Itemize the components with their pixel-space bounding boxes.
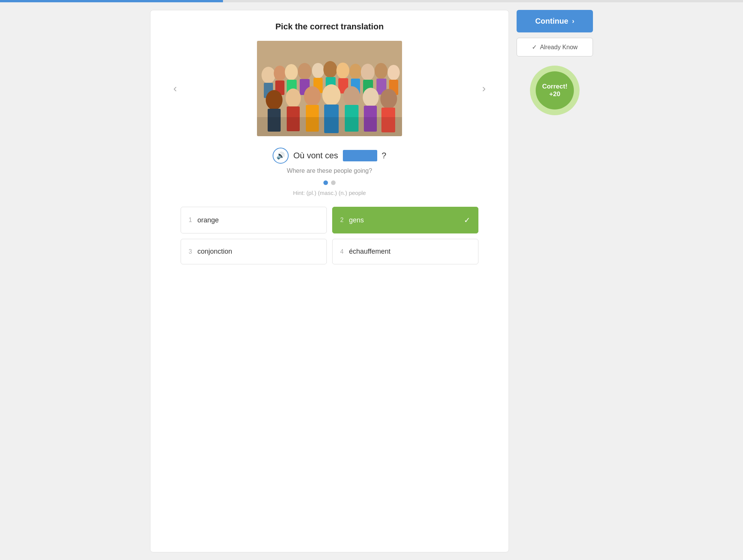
carousel-prev-button[interactable]: ‹ xyxy=(166,79,184,98)
correct-points: +20 xyxy=(549,90,560,98)
sidebar: Continue › ✓ Already Know Correct! +20 xyxy=(517,10,593,552)
svg-point-29 xyxy=(322,84,341,106)
svg-point-13 xyxy=(336,63,349,79)
answer-num-2: 2 xyxy=(340,217,344,224)
quiz-image xyxy=(257,41,402,136)
answer-option-4[interactable]: 4 échauffement xyxy=(332,239,478,264)
correct-circle-inner: Correct! +20 xyxy=(536,71,574,109)
svg-point-25 xyxy=(286,89,301,108)
answer-label-4: échauffement xyxy=(349,248,391,256)
dots-container xyxy=(323,180,336,185)
continue-button[interactable]: Continue › xyxy=(517,10,593,32)
quiz-card: Pick the correct translation ‹ xyxy=(150,10,509,552)
svg-point-27 xyxy=(304,86,321,106)
svg-point-17 xyxy=(361,64,375,80)
answer-label-1: orange xyxy=(197,216,219,224)
checkmark-icon: ✓ xyxy=(532,43,537,51)
continue-chevron: › xyxy=(572,17,574,25)
answer-label-3: conjonction xyxy=(197,248,232,256)
svg-point-21 xyxy=(388,65,400,80)
translation-text: Where are these people going? xyxy=(287,167,372,174)
answer-option-3[interactable]: 3 conjonction xyxy=(181,239,327,264)
svg-point-3 xyxy=(274,66,286,81)
sentence-area: 🔊 Où vont ces ? xyxy=(273,148,386,164)
svg-point-23 xyxy=(266,90,283,110)
svg-point-9 xyxy=(312,63,324,78)
already-know-button[interactable]: ✓ Already Know xyxy=(517,38,593,56)
image-carousel: ‹ xyxy=(166,41,493,136)
svg-point-11 xyxy=(323,61,337,78)
audio-button[interactable]: 🔊 xyxy=(273,148,289,164)
hint-text: Hint: (pl.) (masc.) (n.) people xyxy=(293,190,366,196)
carousel-next-button[interactable]: › xyxy=(475,79,493,98)
svg-rect-37 xyxy=(257,117,402,136)
correct-badge: Correct! +20 xyxy=(517,66,593,115)
dot-2 xyxy=(331,180,336,185)
answer-num-4: 4 xyxy=(340,248,344,255)
correct-circle-outer: Correct! +20 xyxy=(530,66,580,115)
dot-1 xyxy=(323,180,328,185)
answer-num-1: 1 xyxy=(189,217,192,224)
svg-point-7 xyxy=(298,63,312,80)
sentence-prefix: Où vont ces xyxy=(293,151,338,161)
sentence-suffix: ? xyxy=(382,151,386,161)
svg-point-15 xyxy=(349,64,362,79)
check-icon-2: ✓ xyxy=(464,216,470,225)
answer-option-1[interactable]: 1 orange xyxy=(181,207,327,233)
blank-box xyxy=(343,150,377,161)
svg-point-33 xyxy=(363,88,379,107)
already-know-label: Already Know xyxy=(540,44,578,51)
svg-point-5 xyxy=(285,64,298,80)
svg-point-1 xyxy=(262,67,275,84)
svg-point-31 xyxy=(343,86,360,106)
quiz-title: Pick the correct translation xyxy=(275,22,384,32)
answers-grid: 1 orange 2 gens ✓ 3 conjonction 4 échauf… xyxy=(181,207,478,264)
audio-icon: 🔊 xyxy=(276,151,285,160)
continue-label: Continue xyxy=(535,17,569,26)
answer-label-2: gens xyxy=(349,216,364,224)
correct-label: Correct! xyxy=(542,83,567,90)
answer-num-3: 3 xyxy=(189,248,192,255)
svg-point-35 xyxy=(380,89,397,109)
svg-point-19 xyxy=(375,63,388,79)
answer-option-2[interactable]: 2 gens ✓ xyxy=(332,207,478,233)
